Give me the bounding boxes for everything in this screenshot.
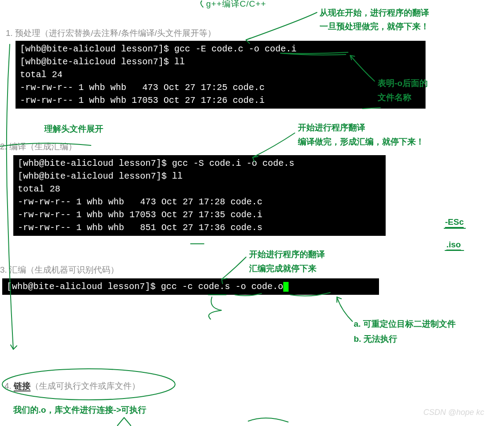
watermark: CSDN @hope kc — [423, 408, 484, 417]
step-3-heading: 3. 汇编（生成机器可识别代码） — [0, 264, 119, 276]
top-note: g++编译C/C++ — [206, 0, 266, 10]
annot-assembly-1: 开始进行程序的翻译 — [249, 249, 325, 260]
terminal-3: [whb@bite-alicloud lesson7]$ gcc -c code… — [2, 278, 379, 295]
annot-obj-b: b. 无法执行 — [354, 333, 397, 345]
annot-o-filename-1: 表明-o后面的 — [378, 78, 428, 89]
step-4-num: 4. — [4, 381, 14, 391]
annot-obj-a: a. 可重定位目标二进制文件 — [354, 318, 456, 330]
terminal-1: [whb@bite-alicloud lesson7]$ gcc -E code… — [16, 41, 426, 109]
annot-link-note: 我们的.o，库文件进行连接->可执行 — [13, 404, 146, 416]
step-2-heading: 2. 编译（生成汇编） — [0, 141, 77, 152]
cursor-icon — [283, 282, 289, 292]
step-4-link-word: 链接 — [14, 381, 31, 391]
annot-iso: .iso — [446, 240, 461, 250]
terminal-2: [whb@bite-alicloud lesson7]$ gcc -S code… — [13, 155, 386, 236]
annot-start-translate: 从现在开始，进行程序的翻译 — [320, 7, 429, 19]
annot-assembly-2: 汇编完成就停下来 — [249, 263, 316, 274]
annot-header-expand: 理解头文件展开 — [44, 123, 103, 135]
step-4-tail: （生成可执行文件或库文件） — [31, 381, 140, 391]
annot-compile-1: 开始进行程序翻译 — [298, 122, 365, 133]
annot-stop-after-preprocess: 一旦预处理做完，就停下来！ — [320, 21, 429, 32]
step-4-heading: 4. 链接（生成可执行文件或库文件） — [4, 380, 140, 392]
annot-compile-2: 编译做完，形成汇编，就停下来！ — [298, 136, 424, 148]
step-1-heading: 1. 预处理（进行宏替换/去注释/条件编译/头文件展开等） — [6, 27, 216, 39]
annot-esc: -ESc — [445, 217, 464, 228]
annot-o-filename-2: 文件名称 — [378, 92, 411, 103]
